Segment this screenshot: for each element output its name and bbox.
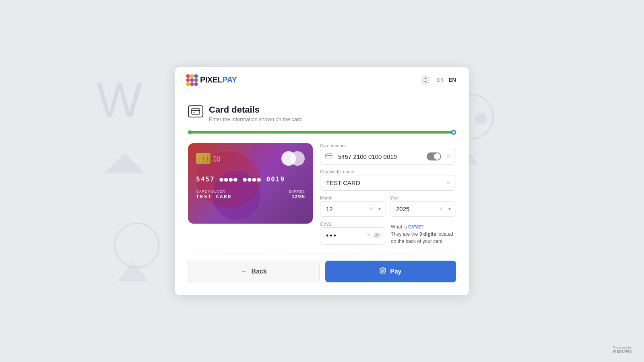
back-button[interactable]: ← Back xyxy=(188,261,320,282)
toggle-knob xyxy=(434,153,440,160)
logo-text: PIXELPAY xyxy=(200,75,237,84)
expires-value: 12/25 xyxy=(289,193,305,200)
month-chevron-icon: ▾ xyxy=(378,206,381,212)
eye-icon[interactable] xyxy=(374,232,380,239)
sun-icon[interactable] xyxy=(421,76,430,84)
card-number-visual: 5457 ●●●● ●●●● 0019 xyxy=(196,175,305,183)
cardholder-label: CARDHOLDER xyxy=(196,189,231,193)
lang-es-button[interactable]: ES xyxy=(436,76,446,84)
footer-buttons: ← Back Pay xyxy=(188,261,456,282)
cvv-hint-post: ? xyxy=(421,224,424,230)
powered-line2: PIXELPAY xyxy=(613,350,632,354)
year-select-wrap[interactable]: 2025 ✕ ▾ xyxy=(390,201,456,217)
card-top: )))) xyxy=(196,151,305,166)
logo-pixel: PIXEL xyxy=(200,75,222,84)
svg-rect-21 xyxy=(199,156,207,161)
back-arrow-icon: ← xyxy=(241,268,247,275)
mc-circle-right xyxy=(290,151,305,166)
cardholder-name-field: Cardholder name TEST CARD ✕ xyxy=(320,169,456,191)
logo-dot-1 xyxy=(186,74,190,78)
cvv-hint: What is CVV2? They are the 3 digits loca… xyxy=(391,222,456,245)
cvv-input-wrap[interactable]: ••• ✕ xyxy=(320,227,385,245)
cvv-label: CVV2 xyxy=(320,222,385,226)
svg-line-17 xyxy=(422,82,423,83)
year-star: ✕ xyxy=(439,206,444,212)
logo-dot-3 xyxy=(194,74,198,78)
shield-icon xyxy=(380,267,386,276)
cvv-value: ••• xyxy=(326,232,337,240)
cardholder-name-star: ✕ xyxy=(446,179,451,186)
month-year-row: Month 12 ✕ ▾ Year 2025 ✕ ▾ xyxy=(320,195,456,217)
svg-rect-26 xyxy=(326,155,332,156)
chip-icon xyxy=(196,153,211,164)
expires-area: EXPIRES 12/25 xyxy=(289,189,305,200)
main-container: PIXELPAY ES EN xyxy=(175,67,469,295)
cvv-desc-bold: 3 digits xyxy=(419,231,436,237)
logo-dot-9 xyxy=(194,82,198,86)
progress-dot-end xyxy=(451,130,456,135)
header-right: ES EN xyxy=(421,76,458,84)
logo: PIXELPAY xyxy=(186,74,237,86)
cardholder-value: TEST CARD xyxy=(196,193,231,200)
svg-text:W: W xyxy=(97,73,142,127)
cvv-field: CVV2 ••• ✕ xyxy=(320,222,385,245)
logo-grid xyxy=(186,74,198,86)
svg-line-16 xyxy=(427,77,428,78)
progress-dot-start xyxy=(188,130,192,134)
svg-rect-22 xyxy=(202,156,205,161)
svg-rect-25 xyxy=(326,154,332,158)
progress-fill xyxy=(188,131,454,134)
logo-dot-5 xyxy=(190,78,194,82)
svg-rect-23 xyxy=(199,157,207,160)
month-label: Month xyxy=(320,195,386,200)
svg-rect-24 xyxy=(202,157,205,160)
cardholder-name-input-wrap[interactable]: TEST CARD ✕ xyxy=(320,175,456,191)
month-star: ✕ xyxy=(369,206,374,212)
svg-line-15 xyxy=(427,82,428,83)
cvv-star: ✕ xyxy=(366,232,371,238)
cvv-desc-pre: They are the xyxy=(391,231,419,237)
cvv-link[interactable]: CVV2 xyxy=(408,224,421,230)
toggle-switch[interactable] xyxy=(427,152,441,160)
lang-en-button[interactable]: EN xyxy=(447,76,458,84)
content: Card details Enter the information shown… xyxy=(175,93,469,295)
card-number-input-wrap[interactable]: 5457 2100 0100 0019 ✕ xyxy=(320,149,456,165)
logo-dot-8 xyxy=(190,82,194,86)
svg-point-2 xyxy=(115,223,159,267)
cardholder-name-label: Cardholder name xyxy=(320,169,456,174)
svg-rect-19 xyxy=(192,110,200,111)
card-bottom: CARDHOLDER TEST CARD EXPIRES 12/25 xyxy=(196,189,305,200)
cvv-hint-pre: What is xyxy=(391,224,408,230)
credit-card-visual: )))) 5457 ●●●● ●●●● 0019 CARDHOLDER TEST… xyxy=(188,143,313,224)
cardholder-area: CARDHOLDER TEST CARD xyxy=(196,189,231,200)
progress-bar xyxy=(188,131,456,134)
year-label: Year xyxy=(390,195,456,200)
card-number-field: Card number 5457 2100 0100 0019 ✕ xyxy=(320,143,456,165)
powered-by: Powered by PIXELPAY xyxy=(613,346,632,354)
powered-line1: Powered by xyxy=(613,346,632,350)
logo-dot-2 xyxy=(190,74,194,78)
svg-line-14 xyxy=(422,77,423,78)
svg-marker-3 xyxy=(117,261,149,282)
pay-button[interactable]: Pay xyxy=(325,261,456,282)
year-chevron-icon: ▾ xyxy=(448,206,451,212)
divider xyxy=(188,253,456,253)
logo-pay: PAY xyxy=(222,75,237,84)
logo-dot-4 xyxy=(186,78,190,82)
month-select-wrap[interactable]: 12 ✕ ▾ xyxy=(320,201,386,217)
section-header: Card details Enter the information shown… xyxy=(188,105,456,122)
month-value: 12 xyxy=(326,206,371,212)
back-label: Back xyxy=(251,268,266,275)
cardholder-name-value: TEST CARD xyxy=(326,179,360,186)
section-title: Card details xyxy=(209,105,302,115)
card-number-toggle[interactable] xyxy=(427,152,441,160)
svg-rect-20 xyxy=(193,112,195,113)
mastercard-logo xyxy=(281,151,305,166)
section-text: Card details Enter the information shown… xyxy=(209,105,302,122)
cvv-row: CVV2 ••• ✕ What is CVV2? They are the 3 … xyxy=(320,222,456,245)
svg-rect-18 xyxy=(192,109,200,114)
year-field: Year 2025 ✕ ▾ xyxy=(390,195,456,217)
contactless-icon: )))) xyxy=(213,155,221,162)
logo-dot-7 xyxy=(186,82,190,86)
logo-dot-6 xyxy=(194,78,198,82)
